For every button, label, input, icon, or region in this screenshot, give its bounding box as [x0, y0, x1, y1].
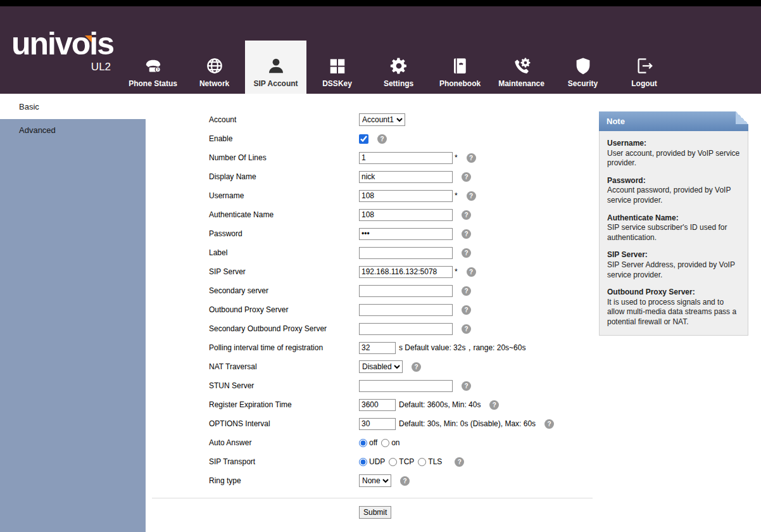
outbound-proxy-server-input[interactable] [359, 304, 453, 316]
logo-text: univois [11, 28, 113, 60]
username-input[interactable] [359, 190, 453, 202]
help-icon[interactable]: ? [462, 324, 471, 334]
field-label: Enable [209, 134, 359, 143]
stun-server-input[interactable] [359, 380, 453, 392]
tab-phone-status[interactable]: ?Phone Status [122, 41, 184, 94]
tab-network[interactable]: Network [184, 41, 245, 94]
enable-checkbox[interactable] [359, 134, 368, 144]
ring-type-select[interactable]: None [359, 474, 391, 487]
tab-label: DSSKey [322, 79, 352, 88]
field-label: Auto Answer [209, 438, 359, 447]
form-row-sip-server: SIP Server*? [146, 262, 593, 281]
password-input[interactable] [359, 228, 453, 240]
options-interval-input[interactable] [359, 418, 396, 430]
account-select[interactable]: Account1 [359, 113, 405, 126]
note-fold-decoration [736, 111, 748, 124]
tab-logout[interactable]: Logout [613, 41, 675, 94]
form-row-secondary-outbound-proxy-server: Secondary Outbound Proxy Server? [146, 319, 593, 338]
dsskey-grid-icon [328, 55, 347, 77]
auto-answer-option-off[interactable]: off [359, 438, 377, 447]
secondary-outbound-proxy-server-input[interactable] [359, 323, 453, 335]
radio-label: TLS [428, 457, 442, 466]
on-radio[interactable] [381, 439, 389, 447]
number-of-lines-input[interactable] [359, 152, 453, 164]
radio-label: off [369, 438, 377, 447]
help-icon[interactable]: ? [462, 286, 471, 296]
content-area: BasicAdvanced AccountAccount1Enable?Numb… [0, 94, 761, 532]
sip-transport-option-tcp[interactable]: TCP [389, 457, 414, 466]
tab-label: SIP Account [254, 79, 298, 88]
field-label: Number Of Lines [209, 153, 359, 162]
field-label: Ring type [209, 476, 359, 485]
nat-traversal-select[interactable]: Disabled [359, 360, 403, 373]
help-icon[interactable]: ? [467, 267, 476, 277]
field-label: SIP Server [209, 267, 359, 276]
help-icon[interactable]: ? [544, 419, 554, 429]
help-icon[interactable]: ? [377, 134, 387, 144]
tab-settings[interactable]: Settings [368, 41, 429, 94]
submit-row: Submit [152, 498, 593, 519]
form-row-label: Label? [146, 243, 593, 262]
off-radio[interactable] [359, 439, 367, 447]
sip-transport-option-tls[interactable]: TLS [418, 457, 442, 466]
help-icon[interactable]: ? [467, 191, 476, 201]
label-input[interactable] [359, 247, 453, 259]
tab-security[interactable]: Security [552, 41, 613, 94]
authenticate-name-input[interactable] [359, 209, 453, 221]
help-icon[interactable]: ? [462, 210, 471, 220]
tab-sip-account[interactable]: SIP Account [245, 41, 306, 94]
help-icon[interactable]: ? [489, 400, 499, 410]
help-icon[interactable]: ? [462, 172, 471, 182]
field-label: NAT Traversal [209, 362, 359, 371]
help-icon[interactable]: ? [462, 248, 471, 258]
globe-icon [205, 55, 224, 77]
udp-radio[interactable] [359, 458, 367, 466]
sidebar-item-basic[interactable]: Basic [0, 94, 146, 119]
help-icon[interactable]: ? [455, 457, 464, 467]
polling-interval-time-of-registration-input[interactable] [359, 342, 396, 354]
tab-label: Network [199, 79, 229, 88]
logout-icon [635, 55, 654, 77]
phonebook-icon [451, 55, 470, 77]
phone-status-icon: ? [144, 55, 163, 77]
tcp-radio[interactable] [389, 458, 397, 466]
field-label: Outbound Proxy Server [209, 305, 359, 314]
note-term: Authenticate Name: [607, 213, 740, 224]
help-icon[interactable]: ? [462, 381, 471, 391]
note-desc: User account, provided by VoIP service p… [607, 149, 740, 168]
field-label: Display Name [209, 172, 359, 181]
help-icon[interactable]: ? [462, 305, 471, 315]
user-icon [267, 55, 286, 77]
form-row-enable: Enable? [146, 129, 593, 148]
sip-transport-option-udp[interactable]: UDP [359, 457, 385, 466]
form-rows: AccountAccount1Enable?Number Of Lines*?D… [146, 110, 593, 490]
display-name-input[interactable] [359, 171, 453, 183]
submit-button[interactable]: Submit [359, 506, 391, 519]
auto-answer-option-on[interactable]: on [381, 438, 399, 447]
note-title: Note [607, 117, 625, 126]
radio-label: on [391, 438, 399, 447]
required-indicator: * [455, 267, 458, 276]
field-label: Password [209, 229, 359, 238]
tab-phonebook[interactable]: Phonebook [429, 41, 491, 94]
register-expiration-time-input[interactable] [359, 399, 396, 411]
help-icon[interactable]: ? [400, 476, 410, 486]
maintenance-icon [512, 55, 531, 77]
tab-maintenance[interactable]: Maintenance [491, 41, 552, 94]
tls-radio[interactable] [418, 458, 426, 466]
logo-text-pre: univ [11, 26, 72, 61]
form-row-password: Password? [146, 224, 593, 243]
field-label: Polling interval time of registration [209, 343, 359, 352]
sip-server-input[interactable] [359, 266, 453, 278]
secondary-server-input[interactable] [359, 285, 453, 297]
form-row-register-expiration-time: Register Expiration TimeDefault: 3600s, … [146, 395, 593, 414]
form-row-ring-type: Ring typeNone? [146, 471, 593, 490]
sidebar-item-label: Basic [19, 102, 39, 111]
help-icon[interactable]: ? [467, 153, 476, 163]
help-icon[interactable]: ? [412, 362, 421, 372]
help-icon[interactable]: ? [462, 229, 471, 239]
form-row-secondary-server: Secondary server? [146, 281, 593, 300]
tab-dsskey[interactable]: DSSKey [306, 41, 368, 94]
form-row-username: Username*? [146, 186, 593, 205]
sidebar-item-advanced[interactable]: Advanced [0, 119, 146, 141]
